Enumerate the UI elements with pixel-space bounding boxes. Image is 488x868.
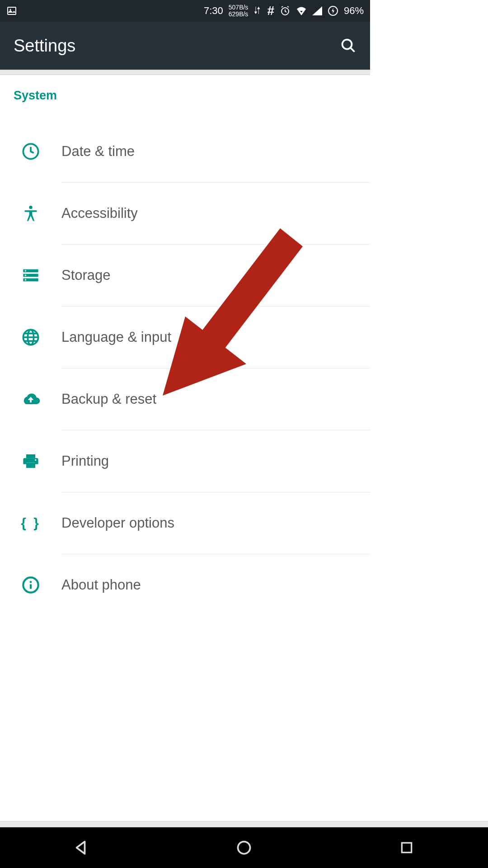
svg-rect-15 (26, 454, 35, 458)
image-icon (6, 5, 17, 16)
item-label: About phone (61, 577, 141, 593)
svg-point-17 (35, 459, 36, 461)
item-printing[interactable]: Printing (0, 430, 370, 492)
settings-list: System Date & time Accessibility (0, 75, 370, 616)
item-label: Language & input (61, 329, 171, 345)
network-down: 629B/s (229, 11, 249, 18)
network-rate: 507B/s 629B/s (229, 4, 249, 17)
status-left (6, 5, 17, 16)
info-icon (0, 576, 61, 594)
braces-icon: { } (0, 515, 61, 531)
search-button[interactable] (340, 38, 357, 54)
svg-point-11 (25, 274, 26, 276)
item-date-time[interactable]: Date & time (0, 121, 370, 182)
accessibility-icon (0, 204, 61, 222)
item-label: Date & time (61, 143, 135, 160)
divider (0, 70, 370, 75)
app-bar: Settings (0, 22, 370, 70)
item-label: Printing (61, 453, 109, 469)
svg-rect-16 (26, 462, 35, 468)
globe-icon (0, 328, 61, 346)
battery-percent: 96% (344, 5, 364, 17)
signal-icon (312, 6, 322, 15)
item-label: Accessibility (61, 205, 138, 222)
status-right: 7:30 507B/s 629B/s # (204, 4, 364, 18)
status-bar: 7:30 507B/s 629B/s # (0, 0, 370, 22)
item-backup-reset[interactable]: Backup & reset (0, 368, 370, 430)
svg-point-10 (25, 270, 26, 271)
item-language-input[interactable]: Language & input (0, 307, 370, 368)
item-developer-options[interactable]: { } Developer options (0, 492, 370, 554)
svg-point-19 (30, 581, 32, 583)
item-label: Developer options (61, 515, 174, 531)
status-time: 7:30 (204, 5, 223, 17)
alarm-icon (280, 5, 291, 16)
item-accessibility[interactable]: Accessibility (0, 183, 370, 244)
power-icon (328, 5, 338, 16)
section-header-system: System (0, 75, 370, 107)
svg-point-1 (10, 9, 11, 10)
printer-icon (0, 452, 61, 470)
svg-rect-0 (8, 7, 16, 14)
item-label: Backup & reset (61, 391, 156, 407)
cloud-upload-icon (0, 389, 61, 409)
network-up: 507B/s (229, 4, 249, 11)
wifi-icon (296, 6, 307, 15)
svg-point-4 (343, 40, 352, 49)
storage-icon (0, 266, 61, 284)
item-label: Storage (61, 267, 111, 283)
data-arrows-icon (253, 6, 262, 16)
item-storage[interactable]: Storage (0, 245, 370, 306)
svg-point-6 (29, 206, 32, 209)
page-title: Settings (14, 36, 75, 56)
clock-icon (0, 142, 61, 160)
item-about-phone[interactable]: About phone (0, 554, 370, 616)
svg-point-12 (25, 279, 26, 280)
hash-icon: # (267, 4, 274, 18)
